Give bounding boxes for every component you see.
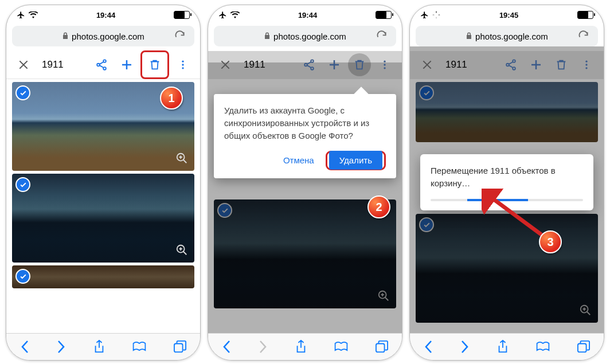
svg-point-14 [384, 67, 385, 69]
zoom-icon [376, 288, 392, 304]
battery-icon [577, 11, 593, 19]
svg-rect-18 [436, 17, 436, 19]
svg-point-5 [182, 67, 183, 69]
url-text: photos.google.com [475, 32, 548, 41]
status-bar: 19:45 [410, 5, 604, 21]
svg-point-13 [384, 64, 385, 65]
back-icon[interactable] [221, 340, 232, 354]
step-badge-3: 3 [539, 230, 562, 253]
wifi-icon [230, 11, 240, 18]
phone-screenshot-3: 19:45 photos.google.com 1911 Перемещение… [409, 5, 604, 361]
svg-point-3 [182, 61, 183, 62]
add-icon [525, 53, 548, 76]
refresh-icon[interactable] [578, 30, 592, 42]
share-icon[interactable] [90, 53, 113, 76]
svg-line-28 [488, 195, 546, 238]
svg-point-26 [585, 67, 587, 69]
tabs-icon[interactable] [577, 340, 591, 353]
share-sheet-icon[interactable] [496, 339, 509, 354]
add-icon[interactable] [115, 53, 138, 76]
svg-point-25 [585, 64, 587, 65]
airplane-icon [218, 11, 227, 19]
lock-icon [466, 32, 472, 40]
photo-item[interactable] [12, 265, 194, 288]
status-bar: 19:44 [6, 5, 200, 21]
svg-rect-29 [578, 344, 586, 353]
add-icon [323, 53, 346, 76]
tabs-icon[interactable] [173, 340, 187, 353]
refresh-icon[interactable] [376, 30, 390, 42]
svg-rect-20 [439, 14, 440, 15]
safari-bottom-bar [208, 333, 402, 360]
photo-item [214, 199, 396, 308]
forward-icon[interactable] [56, 340, 67, 354]
delete-confirmation-popup: Удалить из аккаунта Google, с синхронизи… [214, 94, 396, 178]
svg-point-1 [103, 60, 106, 62]
svg-point-11 [311, 67, 314, 70]
zoom-icon[interactable] [174, 150, 190, 166]
url-text: photos.google.com [72, 32, 144, 41]
svg-rect-8 [174, 344, 183, 353]
address-bar[interactable]: photos.google.com [416, 26, 598, 46]
more-icon [373, 53, 396, 76]
selection-toolbar: 1911 [208, 51, 402, 79]
bookmarks-icon[interactable] [132, 340, 147, 353]
selected-check-icon [217, 203, 232, 218]
trash-icon [550, 53, 573, 76]
share-sheet-icon[interactable] [295, 339, 307, 354]
battery-icon [174, 11, 190, 19]
selection-toolbar: 1911 [410, 51, 604, 79]
share-icon [298, 53, 320, 76]
trash-icon[interactable] [143, 53, 166, 76]
highlight-frame-2: Удалить [326, 151, 386, 170]
share-sheet-icon[interactable] [93, 339, 105, 354]
close-icon [416, 53, 439, 76]
svg-point-23 [513, 67, 515, 70]
svg-rect-19 [433, 14, 435, 15]
address-bar[interactable]: photos.google.com [12, 26, 194, 46]
svg-point-2 [103, 67, 106, 70]
clock: 19:45 [499, 11, 518, 19]
airplane-icon [17, 11, 25, 19]
phone-screenshot-1: 19:44 photos.google.com 1911 [6, 5, 201, 361]
lock-icon [264, 32, 271, 40]
delete-button[interactable]: Удалить [329, 151, 382, 170]
selected-check-icon [15, 269, 30, 284]
safari-bottom-bar [410, 333, 604, 360]
more-icon[interactable] [171, 53, 194, 76]
cancel-button[interactable]: Отмена [277, 150, 320, 171]
back-icon[interactable] [19, 340, 30, 354]
close-icon[interactable] [12, 53, 35, 76]
address-bar[interactable]: photos.google.com [214, 26, 396, 46]
toast-message: Перемещение 1911 объектов в корзину… [431, 165, 583, 190]
step-badge-1: 1 [160, 87, 183, 109]
selected-check-icon [15, 177, 30, 192]
forward-icon[interactable] [460, 340, 470, 354]
svg-rect-17 [436, 11, 436, 13]
svg-point-22 [513, 60, 515, 62]
lock-icon [62, 32, 69, 40]
selected-check-icon [419, 217, 434, 232]
forward-icon [258, 340, 268, 354]
zoom-icon[interactable] [174, 242, 190, 258]
refresh-icon[interactable] [174, 30, 189, 42]
selected-check-icon [15, 85, 30, 100]
popup-message: Удалить из аккаунта Google, с синхронизи… [224, 104, 386, 142]
selection-count: 1911 [445, 59, 467, 71]
selected-check-icon [419, 85, 434, 100]
svg-point-24 [585, 61, 587, 62]
trash-icon [348, 53, 371, 76]
svg-point-12 [384, 61, 385, 62]
back-icon[interactable] [423, 340, 433, 354]
more-icon [575, 53, 598, 76]
photo-gallery [6, 82, 200, 288]
tabs-icon[interactable] [375, 340, 389, 353]
airplane-icon [420, 11, 429, 19]
zoom-icon [577, 302, 593, 318]
close-icon [214, 53, 237, 76]
wifi-icon [29, 11, 38, 18]
highlight-frame-1 [140, 50, 169, 79]
bookmarks-icon[interactable] [334, 340, 349, 353]
bookmarks-icon[interactable] [535, 340, 550, 353]
photo-item[interactable] [12, 174, 194, 263]
